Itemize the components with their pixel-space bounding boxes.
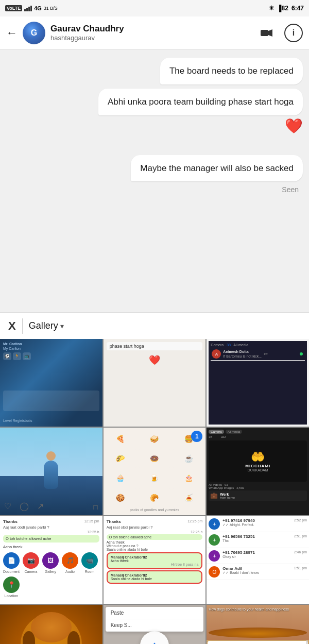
contact-item-1: + +91 97416 97940 ✓✓ Alright. Perfect. 2… <box>207 516 309 532</box>
network-type: 4G <box>34 5 42 11</box>
context-menu-dog: Open image in new tab Copy image Downloa… <box>208 641 308 644</box>
chat-time-3-1: 12:25 pm <box>84 519 99 524</box>
hl-msg-time: Hirtroe 8 pass na <box>111 563 199 566</box>
gallery-cell-3-1[interactable]: Thanks 12:25 pm Aaj raat obdi janate par… <box>0 516 102 604</box>
media-cell: Camera All media 38 322 🤲 MICCHAMI DUKKA… <box>207 428 309 515</box>
gallery-cell-1-1[interactable]: Mr. Carlton My Carlton ⚽ 🏃 📺 Level Regle… <box>0 339 102 427</box>
contact-name: Gaurav Chaudhry <box>50 24 258 34</box>
dog-health-image: How dogs contribute to your health and h… <box>207 605 309 640</box>
audio-label: Audio <box>65 570 75 573</box>
status-bar: VoLTE 4G 31 B/S ✳ ▐82 6:47 <box>0 0 309 16</box>
svg-rect-0 <box>261 30 268 36</box>
gallery-title: Gallery <box>29 320 58 331</box>
chat-preview-1: phase start hoga ❤️ <box>104 339 206 427</box>
chat-msg-3-2-4: Without e pass na ? <box>107 544 203 548</box>
contact-info: Gaurav Chaudhry hashtaggaurav <box>50 24 258 42</box>
ctx-open-tab: Open image in new tab <box>208 641 308 644</box>
chat-bubble-green-2: O toh bolche allowed ache <box>107 534 203 540</box>
chat-time-inline: 12:25 h <box>3 530 99 534</box>
gallery-dropdown-icon[interactable]: ▾ <box>60 322 64 330</box>
micchami-container: 🤲 MICCHAMI DUKKADAM <box>209 440 307 482</box>
contact-time-2: 2:51 pm <box>294 534 307 538</box>
highlighted-bubble-2: Manasij Chakraborti2 Saala online alada … <box>107 570 203 584</box>
chat-msg-3-2-5: Saala online alada hi bole <box>107 548 203 551</box>
sport-sublabel: My Carlton <box>3 347 99 350</box>
info-icon: i <box>293 28 295 38</box>
app-camera: 📷 Camera <box>23 552 39 573</box>
time-display: 6:47 <box>291 5 304 12</box>
dog-head <box>31 612 72 643</box>
sticker-2: 🥪 <box>138 430 171 448</box>
gallery-cell-2-1[interactable]: ♡ ◯ ↗ ⊓ <box>0 428 102 515</box>
gallery-cell-3-3[interactable]: + +91 97416 97940 ✓✓ Alright. Perfect. 2… <box>207 516 309 604</box>
contact-item-3: + +91 70695 28971 Okay sir 2:46 pm <box>207 548 309 564</box>
online-indicator <box>299 351 304 357</box>
sticker-11: 🥐 <box>138 488 171 507</box>
chat-header-3-2: Thanks 12:25 pm <box>107 519 203 524</box>
gallery-cell-1-2[interactable]: phase start hoga ❤️ <box>104 339 206 427</box>
ctx-keep: Keep S... <box>106 619 204 632</box>
gallery-cell-4-2[interactable]: Paste Keep S... ↑ Picture <box>104 605 206 644</box>
hl-name-2: Manasij Chakraborti2 <box>111 573 199 577</box>
chat-header-3-1: Thanks 12:25 pm <box>3 519 99 524</box>
gallery-cell-2-3[interactable]: Camera All media 38 322 🤲 MICCHAMI DUKKA… <box>207 428 309 515</box>
sticker-7: 🧁 <box>104 469 137 487</box>
contact-info-2: +91 96586 73251 Thx <box>222 534 291 543</box>
chat-bubble-green-1: O toh bolche allowed ache <box>3 535 99 543</box>
sticker-12: 🍝 <box>172 488 205 507</box>
hl-name-1: Manasij Chakraborti2 <box>111 555 199 559</box>
chat-area: The board needs to be replaced Abhi unka… <box>0 49 309 312</box>
werk-subtitle: from home <box>220 496 235 499</box>
chat-time-inline-2: 12:25 h <box>107 530 203 534</box>
person-body <box>44 461 58 489</box>
sport-label: Mr. Carlton <box>3 342 99 346</box>
sport-field <box>3 391 99 411</box>
gallery-cell-4-1[interactable]: 💧 <box>0 605 102 644</box>
dog-health-title: How dogs contribute to your health and h… <box>209 607 307 612</box>
ctx-paste: Paste <box>106 607 204 619</box>
contact-list: + +91 97416 97940 ✓✓ Alright. Perfect. 2… <box>207 516 309 604</box>
app-gallery: 🖼 Gallery <box>42 552 59 573</box>
gallery-close-button[interactable]: X <box>8 319 16 333</box>
chat-preview-3-2: Thanks 12:25 pm Aaj raat obdi janate par… <box>104 516 206 588</box>
media-tabs: Camera All media <box>209 430 307 434</box>
cam-label: Camera <box>25 570 38 573</box>
status-left: VoLTE 4G 31 B/S <box>5 5 58 11</box>
contact-msg-4: ✓✓ Baaki I don't know <box>222 571 291 575</box>
seen-label: Seen <box>282 185 299 194</box>
app-location: 📍 Location <box>3 577 20 598</box>
upload-arrow-icon: ↑ <box>151 638 158 644</box>
gallery-cell-4-3[interactable]: How dogs contribute to your health and h… <box>207 605 309 644</box>
app-icons-row: 📄 Document 📷 Camera 🖼 Gallery 🎵 Audio 📹 <box>3 552 99 598</box>
notification-container: Camera 38 All media A Animesh Dutta If B… <box>209 341 307 425</box>
chat-time-3-2: 12:25 pm <box>187 519 202 524</box>
sport-footer: Level Regleistasis <box>3 419 32 422</box>
phase-preview-text: phase start hoga <box>107 342 203 350</box>
werk-icon: 💼 <box>210 492 218 499</box>
chat-name-3-1: Thanks <box>3 519 18 524</box>
message-bubble-1: The board needs to be replaced <box>160 58 303 84</box>
sticker-10: 🍪 <box>104 488 137 507</box>
chat-header: ← G Gaurav Chaudhry hashtaggaurav i <box>0 16 309 49</box>
gallery-cell-3-2[interactable]: Thanks 12:25 pm Aaj raat obdi janate par… <box>104 516 206 604</box>
doc-label: Document <box>3 570 20 573</box>
contact-msg-2: Thx <box>222 539 291 543</box>
gallery-cell-2-2[interactable]: 1 🍕 🥪 🍔 🌮 🍩 ☕ 🧁 🍺 🎂 🍪 🥐 🍝 packs of goodi… <box>104 428 206 515</box>
sticker-footer: packs of goodies and yummies <box>104 507 206 513</box>
sport-mini-1: ⚽ <box>3 352 11 360</box>
chat-name-3-2: Thanks <box>107 519 121 524</box>
sport-images: ⚽ 🏃 📺 <box>3 352 99 360</box>
back-button[interactable]: ← <box>6 26 18 40</box>
notif-content-1: Animesh Dutta If Bartomeu is not kick... <box>223 349 262 359</box>
info-button[interactable]: i <box>284 24 303 42</box>
gallery-header: X Gallery ▾ <box>0 312 309 339</box>
status-right: ✳ ▐82 6:47 <box>269 5 304 12</box>
gallery-cell-1-3[interactable]: Camera 38 All media A Animesh Dutta If B… <box>207 339 309 427</box>
tab-all-media: All media <box>226 430 243 434</box>
header-icons: i <box>258 24 303 42</box>
video-call-button[interactable] <box>258 24 276 42</box>
heart-emoji: ❤️ <box>107 354 203 366</box>
app-room: 📹 Room <box>81 552 98 573</box>
social-icons: ♡ ◯ ↗ <box>4 501 44 511</box>
share-social-icon: ↗ <box>37 501 44 511</box>
